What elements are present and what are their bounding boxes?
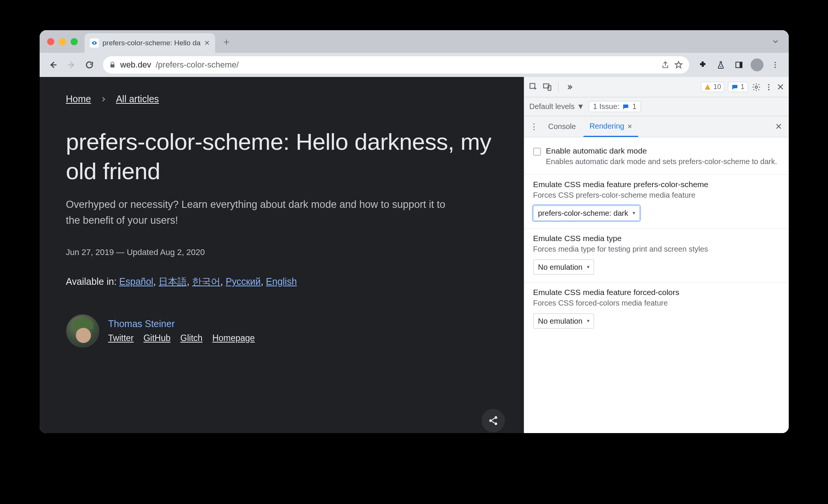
browser-window: prefers-color-scheme: Hello da ✕ ＋ web.d… [40, 30, 789, 433]
tab-rendering[interactable]: Rendering✕ [583, 117, 638, 137]
console-filter-row: Default levels ▼ 1 Issue: 1 [524, 97, 789, 116]
tabs-overflow-icon[interactable] [771, 37, 780, 46]
forced-colors-select[interactable]: No emulation [533, 313, 594, 329]
tab-console[interactable]: Console [542, 117, 582, 136]
reload-button[interactable] [81, 57, 98, 73]
lang-link[interactable]: 한국어 [192, 276, 220, 287]
breadcrumb-home[interactable]: Home [66, 94, 91, 104]
page-subtitle: Overhyped or necessity? Learn everything… [66, 197, 451, 229]
devtools-toolbar: 10 1 ✕ [524, 77, 789, 97]
svg-point-8 [489, 419, 492, 422]
lang-link[interactable]: Русский [226, 276, 261, 287]
browser-menu-icon[interactable] [767, 57, 783, 73]
inspect-element-icon[interactable] [529, 82, 539, 92]
log-levels-select[interactable]: Default levels ▼ [529, 102, 585, 111]
close-tab-icon[interactable]: ✕ [204, 39, 210, 47]
svg-point-5 [774, 64, 776, 66]
select-value: No emulation [538, 317, 583, 326]
browser-tab[interactable]: prefers-color-scheme: Hello da ✕ [85, 33, 215, 53]
more-panels-icon[interactable] [565, 83, 574, 92]
available-in: Available in: Español, 日本語, 한국어, Русский… [66, 275, 497, 288]
svg-point-7 [494, 416, 497, 419]
close-devtools-icon[interactable]: ✕ [777, 82, 784, 92]
section-title: Enable automatic dark mode [546, 146, 777, 155]
svg-rect-3 [739, 62, 742, 68]
warn-count: 10 [713, 83, 721, 91]
messages-badge[interactable]: 1 [728, 82, 748, 92]
select-value: prefers-color-scheme: dark [538, 209, 628, 218]
author-link-homepage[interactable]: Homepage [212, 333, 255, 343]
settings-icon[interactable] [752, 83, 761, 92]
media-type-select[interactable]: No emulation [533, 260, 594, 275]
tab-title: prefers-color-scheme: Hello da [103, 39, 201, 47]
maximize-window-button[interactable] [71, 38, 78, 45]
author-link-github[interactable]: GitHub [143, 333, 171, 343]
breadcrumb-all-articles[interactable]: All articles [116, 94, 159, 104]
extensions-icon[interactable] [694, 57, 711, 73]
select-value: No emulation [538, 263, 583, 272]
close-window-button[interactable] [47, 38, 54, 45]
devtools-panel: 10 1 ✕ Default levels ▼ [524, 77, 789, 433]
section-title: Emulate CSS media feature forced-colors [533, 288, 780, 297]
author-links: Twitter GitHub Glitch Homepage [108, 333, 255, 343]
side-panel-icon[interactable] [731, 57, 747, 73]
lang-link[interactable]: English [266, 276, 297, 287]
lock-icon [109, 61, 116, 68]
author-row: Thomas Steiner Twitter GitHub Glitch Hom… [66, 314, 497, 347]
checkbox-input[interactable] [533, 148, 541, 155]
browser-toolbar: web.dev/prefers-color-scheme/ [40, 53, 789, 77]
share-icon[interactable] [661, 61, 669, 69]
content-area: Home All articles prefers-color-scheme: … [40, 77, 789, 433]
section-prefers-color-scheme: Emulate CSS media feature prefers-color-… [524, 174, 789, 228]
article-page: Home All articles prefers-color-scheme: … [40, 77, 524, 433]
share-fab[interactable] [482, 409, 505, 432]
section-desc: Forces CSS prefers-color-scheme media fe… [533, 190, 780, 200]
prefers-color-scheme-select[interactable]: prefers-color-scheme: dark [533, 206, 640, 221]
section-title: Emulate CSS media feature prefers-color-… [533, 180, 780, 189]
new-tab-button[interactable]: ＋ [219, 34, 234, 49]
rendering-panel: Enable automatic dark mode Enables autom… [524, 137, 789, 433]
forward-button[interactable] [63, 57, 80, 73]
close-tab-icon[interactable]: ✕ [627, 123, 632, 130]
author-avatar[interactable] [66, 314, 99, 347]
svg-point-1 [720, 66, 722, 68]
issue-label: 1 Issue: [593, 102, 619, 111]
author-link-glitch[interactable]: Glitch [180, 333, 203, 343]
page-title: prefers-color-scheme: Hello darkness, my… [66, 127, 497, 186]
drawer-tabs: ⋮ Console Rendering✕ ✕ [524, 116, 789, 137]
drawer-more-icon[interactable]: ⋮ [527, 122, 541, 132]
svg-point-18 [768, 89, 770, 90]
lang-link[interactable]: Español [119, 276, 153, 287]
profile-avatar[interactable] [749, 57, 765, 73]
address-bar[interactable]: web.dev/prefers-color-scheme/ [103, 56, 689, 74]
back-button[interactable] [45, 57, 62, 73]
author-link-twitter[interactable]: Twitter [108, 333, 134, 343]
issues-badge[interactable]: 1 Issue: 1 [589, 101, 640, 112]
section-desc: Enables automatic dark mode and sets pre… [546, 156, 777, 167]
devtools-menu-icon[interactable] [765, 83, 773, 91]
svg-point-9 [494, 423, 497, 425]
levels-label: Default levels [529, 102, 575, 111]
svg-point-6 [774, 67, 776, 68]
section-title: Emulate CSS media type [533, 234, 780, 243]
breadcrumb: Home All articles [66, 94, 497, 104]
info-count: 1 [740, 83, 744, 91]
svg-point-0 [93, 42, 95, 44]
labs-icon[interactable] [713, 57, 729, 73]
dropdown-icon: ▼ [577, 102, 585, 111]
chevron-right-icon [100, 96, 107, 103]
close-drawer-icon[interactable]: ✕ [771, 122, 786, 132]
lang-link[interactable]: 日本語 [159, 276, 187, 287]
section-desc: Forces CSS forced-colors media feature [533, 298, 780, 308]
svg-point-4 [774, 62, 776, 63]
warnings-badge[interactable]: 10 [701, 82, 724, 92]
minimize-window-button[interactable] [59, 38, 66, 45]
issue-count: 1 [632, 102, 636, 111]
bookmark-icon[interactable] [674, 60, 683, 69]
section-auto-dark-mode: Enable automatic dark mode Enables autom… [524, 141, 789, 174]
author-name[interactable]: Thomas Steiner [108, 318, 175, 329]
auto-dark-mode-checkbox[interactable]: Enable automatic dark mode Enables autom… [533, 146, 780, 167]
section-desc: Forces media type for testing print and … [533, 244, 780, 254]
svg-point-17 [768, 86, 770, 88]
device-toolbar-icon[interactable] [542, 82, 552, 92]
